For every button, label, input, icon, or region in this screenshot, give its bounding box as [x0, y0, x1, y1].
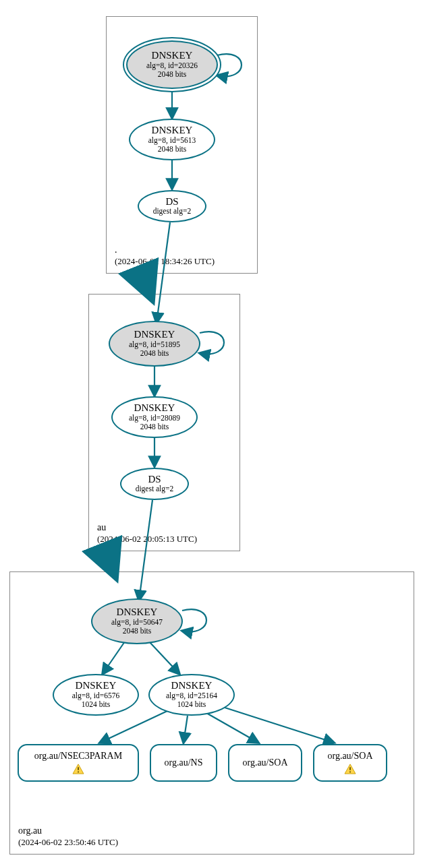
- node-bits: 1024 bits: [82, 700, 111, 709]
- node-bits: 2048 bits: [158, 145, 187, 154]
- node-title: DNSKEY: [171, 681, 213, 691]
- node-bits: 2048 bits: [123, 627, 152, 636]
- rr-soa-1: org.au/SOA: [228, 744, 302, 782]
- svg-rect-3: [349, 771, 351, 772]
- node-alg: alg=8, id=5613: [148, 136, 196, 145]
- node-title: DNSKEY: [117, 607, 158, 618]
- node-alg: alg=8, id=6576: [72, 691, 119, 700]
- svg-rect-1: [78, 771, 79, 772]
- node-alg: alg=8, id=50647: [111, 618, 163, 627]
- node-alg: alg=8, id=28089: [129, 414, 180, 423]
- root-zsk-dnskey: DNSKEY alg=8, id=5613 2048 bits: [129, 119, 215, 160]
- zone-root-label: . (2024-06-02 18:34:26 UTC): [115, 244, 215, 268]
- root-ds: DS digest alg=2: [138, 190, 206, 222]
- zone-au-label: au (2024-06-02 20:05:13 UTC): [97, 522, 197, 545]
- node-alg: alg=8, id=20326: [146, 61, 198, 70]
- rr-ns: org.au/NS: [150, 744, 217, 782]
- node-alg: alg=8, id=25164: [166, 691, 217, 700]
- rr-label: org.au/NSEC3PARAM: [34, 751, 122, 762]
- orgau-zsk1-dnskey: DNSKEY alg=8, id=6576 1024 bits: [53, 674, 139, 716]
- orgau-zsk2-dnskey: DNSKEY alg=8, id=25164 1024 bits: [148, 674, 235, 716]
- diagram-canvas: . (2024-06-02 18:34:26 UTC) au (2024-06-…: [0, 0, 423, 868]
- node-title: DNSKEY: [134, 330, 175, 340]
- zone-au-time: (2024-06-02 20:05:13 UTC): [97, 534, 197, 545]
- zone-root-name: .: [115, 244, 215, 256]
- node-alg: digest alg=2: [136, 485, 174, 493]
- rr-label: org.au/NS: [165, 758, 203, 768]
- svg-rect-2: [349, 767, 351, 770]
- au-zsk-dnskey: DNSKEY alg=8, id=28089 2048 bits: [111, 396, 198, 438]
- warning-icon: [344, 764, 356, 774]
- node-bits: 2048 bits: [158, 70, 187, 79]
- node-alg: digest alg=2: [153, 207, 192, 216]
- svg-rect-0: [78, 767, 79, 770]
- node-title: DS: [165, 197, 178, 208]
- zone-root-time: (2024-06-02 18:34:26 UTC): [115, 256, 215, 268]
- warning-icon: [72, 764, 84, 774]
- node-bits: 1024 bits: [177, 700, 206, 709]
- zone-au-name: au: [97, 522, 197, 534]
- rr-soa-2: org.au/SOA: [313, 744, 387, 782]
- rr-nsec3param: org.au/NSEC3PARAM: [18, 744, 139, 782]
- zone-orgau-name: org.au: [18, 825, 118, 837]
- zone-orgau-time: (2024-06-02 23:50:46 UTC): [18, 837, 118, 848]
- node-bits: 2048 bits: [140, 349, 169, 358]
- zone-orgau-label: org.au (2024-06-02 23:50:46 UTC): [18, 825, 118, 848]
- node-title: DNSKEY: [152, 125, 193, 136]
- rr-label: org.au/SOA: [327, 751, 372, 762]
- node-title: DNSKEY: [134, 403, 175, 414]
- node-title: DNSKEY: [76, 681, 117, 691]
- node-title: DNSKEY: [152, 51, 193, 61]
- au-ds: DS digest alg=2: [120, 468, 189, 500]
- node-title: DS: [148, 474, 161, 485]
- node-alg: alg=8, id=51895: [129, 340, 180, 349]
- orgau-ksk-dnskey: DNSKEY alg=8, id=50647 2048 bits: [91, 598, 183, 644]
- root-ksk-dnskey: DNSKEY alg=8, id=20326 2048 bits: [126, 40, 218, 89]
- au-ksk-dnskey: DNSKEY alg=8, id=51895 2048 bits: [109, 321, 200, 367]
- node-bits: 2048 bits: [140, 423, 169, 431]
- rr-label: org.au/SOA: [242, 758, 287, 768]
